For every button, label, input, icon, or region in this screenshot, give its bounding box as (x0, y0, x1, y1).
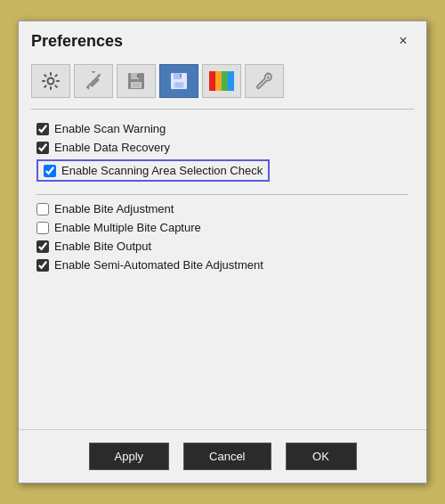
toolbar (19, 57, 426, 105)
title-bar: Preferences × (19, 21, 426, 57)
svg-rect-17 (209, 71, 215, 91)
dialog-footer: Apply Cancel OK (19, 429, 426, 483)
toolbar-color-button[interactable] (202, 64, 241, 98)
toolbar-wrench-button[interactable] (245, 64, 284, 98)
wrench-icon (255, 71, 274, 91)
svg-point-0 (48, 78, 54, 85)
content-area: Enable Scan Warning Enable Data Recovery… (19, 113, 426, 429)
dialog-title: Preferences (31, 32, 123, 51)
toolbar-separator (31, 109, 414, 110)
close-button[interactable]: × (392, 30, 414, 52)
svg-rect-18 (215, 71, 222, 91)
checkbox-scanning-area-row: Enable Scanning Area Selection Check (36, 159, 270, 182)
apply-button[interactable]: Apply (89, 443, 170, 470)
data-recovery-label: Enable Data Recovery (54, 141, 170, 154)
toolbar-gear-button[interactable] (31, 64, 70, 98)
svg-rect-16 (180, 74, 182, 77)
svg-point-21 (267, 77, 270, 79)
floppy-icon (126, 71, 146, 91)
svg-rect-15 (175, 83, 182, 87)
multiple-bite-label: Enable Multiple Bite Capture (54, 221, 201, 234)
scan-warning-label: Enable Scan Warning (54, 122, 166, 135)
multiple-bite-checkbox[interactable] (36, 222, 49, 234)
svg-rect-10 (133, 83, 140, 87)
svg-rect-3 (91, 71, 96, 74)
pencil-icon (84, 71, 103, 91)
checkbox-multiple-bite: Enable Multiple Bite Capture (36, 221, 409, 234)
checkbox-bite-adjustment: Enable Bite Adjustment (36, 202, 409, 215)
checkbox-scan-warning: Enable Scan Warning (36, 122, 409, 135)
checkbox-data-recovery: Enable Data Recovery (36, 141, 409, 154)
svg-rect-11 (137, 74, 139, 77)
scanning-area-checkbox[interactable] (44, 165, 56, 177)
checkbox-semi-automated: Enable Semi-Automated Bite Adjustment (36, 258, 409, 272)
gear-icon (41, 71, 61, 91)
rainbow-icon (209, 71, 234, 91)
toolbar-disk-button[interactable] (159, 64, 198, 98)
bite-adjustment-checkbox[interactable] (36, 203, 49, 215)
ok-button[interactable]: OK (286, 443, 357, 470)
checkbox-bite-output: Enable Bite Output (36, 240, 409, 253)
disk-icon (169, 71, 189, 91)
scan-warning-checkbox[interactable] (36, 123, 49, 135)
svg-rect-19 (222, 71, 228, 91)
bite-adjustment-label: Enable Bite Adjustment (54, 202, 174, 215)
toolbar-save-button[interactable] (117, 64, 156, 98)
cancel-button[interactable]: Cancel (183, 443, 271, 470)
bite-output-label: Enable Bite Output (54, 240, 151, 253)
scanning-area-label: Enable Scanning Area Selection Check (61, 164, 263, 177)
section-separator (36, 194, 409, 195)
semi-automated-label: Enable Semi-Automated Bite Adjustment (54, 258, 263, 272)
toolbar-pencil-button[interactable] (74, 64, 113, 98)
semi-automated-checkbox[interactable] (36, 259, 49, 272)
bite-output-checkbox[interactable] (36, 240, 49, 253)
data-recovery-checkbox[interactable] (36, 142, 49, 154)
preferences-dialog: Preferences × (18, 20, 427, 484)
svg-rect-20 (228, 71, 234, 91)
